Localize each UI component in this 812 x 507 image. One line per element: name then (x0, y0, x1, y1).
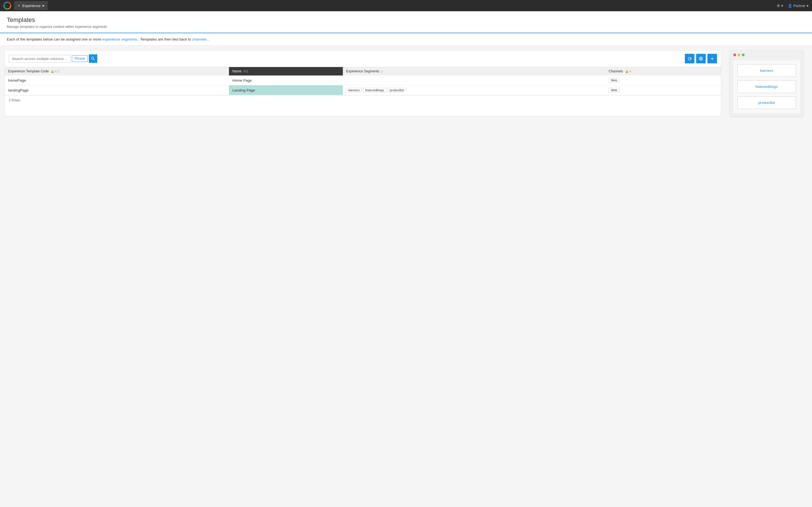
col-header-segments: Experience Segments ∥ (343, 67, 605, 75)
templates-table: Experience Template Code 🔒 A-Z Name A-Z … (5, 67, 721, 95)
browser-mock: bannersfeaturedblogsproductlist (730, 50, 803, 116)
table-footer: 2 Rows (5, 95, 721, 105)
search-icon (91, 57, 95, 61)
left-panel: Phrase (4, 50, 721, 116)
cell-code: homePage (5, 75, 229, 86)
user-label: Partner (794, 4, 806, 8)
browser-card[interactable]: banners (737, 64, 796, 77)
browser-body: bannersfeaturedblogsproductlist (733, 60, 800, 113)
col-header-channels: Channels 🔒⚡ (605, 67, 721, 75)
search-input[interactable] (9, 55, 71, 62)
info-text-after: . (208, 37, 209, 41)
segment-tag: featuredblogs (363, 88, 387, 93)
toolbar: Phrase (5, 50, 721, 67)
browser-card[interactable]: productlist (737, 96, 796, 109)
top-navigation: ✦ Experience ▾ ⚙ ▾ 👤 Partner ▾ (0, 0, 812, 11)
experience-menu-button[interactable]: ✦ Experience ▾ (14, 1, 48, 10)
target-button[interactable] (696, 54, 706, 63)
channel-tag: Web (609, 88, 619, 93)
table-row[interactable]: landingPageLanding Pagebannersfeaturedbl… (5, 86, 721, 95)
refresh-button[interactable] (685, 54, 695, 63)
app-logo (3, 2, 11, 10)
page-header: Templates Manage templates to organize c… (0, 11, 812, 33)
row-count: 2 Rows (9, 98, 20, 102)
svg-point-1 (92, 57, 94, 59)
cell-segments: bannersfeaturedblogsproductlist (343, 86, 605, 95)
cell-name: Landing Page (229, 86, 343, 95)
refresh-icon (688, 56, 692, 61)
svg-point-5 (701, 58, 701, 59)
cell-channels: Web (605, 75, 721, 86)
page-title: Templates (7, 16, 805, 24)
segment-tag: banners (346, 88, 362, 93)
user-icon: 👤 (788, 4, 792, 8)
browser-card[interactable]: featuredblogs (737, 80, 796, 93)
experience-label: Experience (22, 4, 41, 8)
page-subtitle: Manage templates to organize content wit… (7, 25, 805, 29)
cell-segments (343, 75, 605, 86)
main-content: Phrase (0, 46, 812, 121)
traffic-lights (733, 54, 800, 56)
close-traffic-light (733, 54, 736, 56)
table-row[interactable]: homePageHome PageWeb (5, 75, 721, 86)
svg-line-2 (94, 59, 95, 60)
info-text-before: Each of the templates below can be assig… (7, 37, 102, 41)
user-arrow-icon: ▾ (807, 4, 809, 8)
cell-name: Home Page (229, 75, 343, 86)
channel-tag: Web (609, 78, 619, 82)
segment-tag: productlist (388, 88, 406, 93)
right-panel: bannersfeaturedblogsproductlist (726, 50, 808, 116)
experience-arrow-icon: ▾ (42, 4, 44, 8)
col-header-code: Experience Template Code 🔒 A-Z (5, 67, 229, 75)
settings-button[interactable]: ⚙ ▾ (777, 4, 783, 8)
search-button[interactable] (89, 54, 97, 63)
user-menu-button[interactable]: 👤 Partner ▾ (788, 4, 809, 8)
phrase-button[interactable]: Phrase (72, 55, 88, 62)
channels-link[interactable]: channels (192, 37, 207, 41)
experience-segments-link[interactable]: experience segments (102, 37, 137, 41)
add-icon: + (711, 55, 714, 62)
cell-code: landingPage (5, 86, 229, 95)
maximize-traffic-light (742, 54, 745, 56)
minimize-traffic-light (738, 54, 741, 56)
settings-arrow-icon: ▾ (781, 4, 783, 8)
info-bar: Each of the templates below can be assig… (0, 33, 812, 46)
info-text-middle: . Templates are then tied back to (138, 37, 192, 41)
add-button[interactable]: + (707, 54, 717, 63)
settings-icon: ⚙ (777, 4, 780, 8)
target-icon (699, 56, 703, 61)
col-header-name: Name A-Z (229, 67, 343, 75)
cell-channels: Web (605, 86, 721, 95)
